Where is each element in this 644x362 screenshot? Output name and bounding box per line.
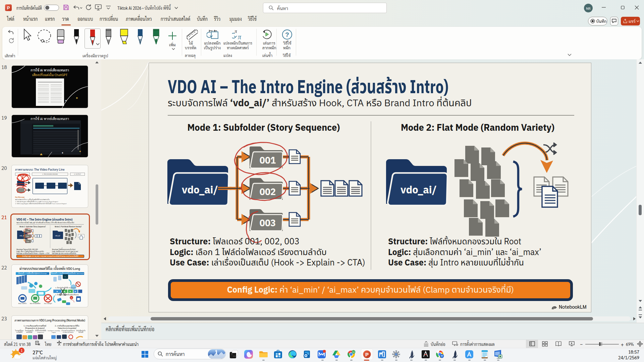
svg-text:001: 001 — [260, 154, 276, 168]
svg-text:Mid (ดำเนินเรื่อง): Mid (ดำเนินเรื่อง) — [30, 302, 41, 304]
svg-text:▶: ▶ — [70, 290, 71, 292]
svg-text:✦: ✦ — [79, 149, 82, 153]
svg-text:▶: ▶ — [75, 290, 76, 292]
svg-text:▶: ▶ — [64, 290, 65, 292]
svg-text:vdo_ai/: vdo_ai/ — [55, 235, 60, 237]
svg-text:5. ตัดแบ่งเป็นคลิปสั้น (Segmen: 5. ตัดแบ่งเป็นคลิปสั้น (Segments) — [55, 287, 76, 289]
svg-text:003: 003 — [260, 216, 276, 231]
svg-text:002: 002 — [26, 235, 29, 237]
svg-text:Wide (เปิดวิว): Wide (เปิดวิว) — [18, 302, 27, 304]
svg-text:6. จัดการข้อมูลและพร้อมส่งต่อข: 6. จัดการข้อมูลและพร้อมส่งต่อขั้นตอน — [55, 293, 79, 296]
svg-text:001: 001 — [26, 230, 29, 232]
svg-text:✦: ✦ — [75, 96, 78, 100]
svg-text:π: π — [238, 33, 241, 40]
svg-text:✕: ✕ — [70, 297, 72, 299]
svg-text:✦: ✦ — [61, 151, 64, 155]
svg-text:vdo_ai/: vdo_ai/ — [182, 182, 218, 199]
svg-text:Tele (เน้นจุด): Tele (เน้นจุด) — [44, 302, 52, 305]
svg-text:P: P — [365, 352, 369, 357]
svg-text:SJ: SJ — [352, 351, 355, 353]
svg-text:P: P — [7, 5, 10, 10]
svg-text:002: 002 — [260, 185, 276, 200]
svg-text:>_: >_ — [64, 275, 66, 278]
svg-text:003: 003 — [26, 240, 29, 242]
svg-text:✦: ✦ — [65, 99, 67, 102]
svg-text:▶: ▶ — [57, 290, 58, 292]
svg-text:π: π — [234, 29, 237, 34]
svg-text:?: ? — [285, 31, 289, 38]
svg-text:vdo_ai/: vdo_ai/ — [400, 182, 437, 199]
